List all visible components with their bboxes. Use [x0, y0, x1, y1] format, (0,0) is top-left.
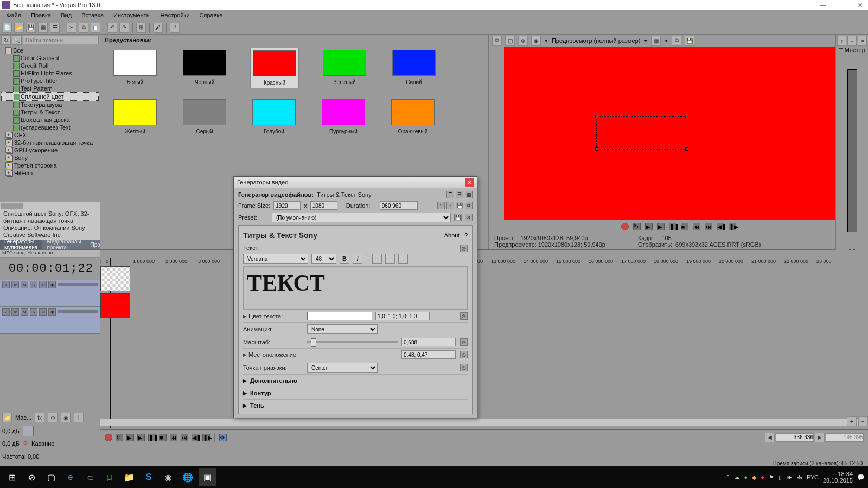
- tree-item[interactable]: Текстура шума: [1, 101, 99, 108]
- bus-auto-icon[interactable]: ⚙: [48, 413, 58, 422]
- undo-icon[interactable]: ↶: [107, 23, 117, 33]
- chrome-icon[interactable]: 🌐: [179, 468, 196, 486]
- menu-settings[interactable]: Настройки: [156, 11, 194, 20]
- stop-icon[interactable]: ■: [681, 223, 688, 230]
- duration-input[interactable]: [380, 201, 418, 210]
- taskview-icon[interactable]: ▢: [42, 468, 60, 486]
- group-advanced[interactable]: Дополнительно: [243, 374, 468, 387]
- timeline[interactable]: 1 057 757 | 0 1 000 000 2 000 000 3 000 …: [100, 250, 868, 445]
- bus-mute-icon[interactable]: ◉: [61, 413, 71, 422]
- tl-play-start-icon[interactable]: ▶: [126, 434, 134, 441]
- track-mute-icon[interactable]: M: [21, 308, 28, 316]
- keyframe-icon[interactable]: ◷: [460, 351, 468, 358]
- tree-folder[interactable]: 32-битная плавающая точка: [1, 139, 99, 146]
- tray-icon[interactable]: ●: [761, 474, 764, 480]
- tl-pause-icon[interactable]: ❚❚: [148, 434, 156, 441]
- align-center-button[interactable]: ≡: [385, 254, 395, 264]
- track-fx-icon[interactable]: fx: [11, 281, 19, 288]
- group-shadow[interactable]: Тень: [243, 399, 468, 412]
- loop-icon[interactable]: ↻: [633, 223, 641, 230]
- tree-item[interactable]: (устаревшее) Text: [1, 124, 99, 131]
- new-icon[interactable]: 📄: [2, 23, 12, 33]
- delete-icon[interactable]: ✕: [465, 214, 473, 221]
- save-icon[interactable]: 💾: [26, 23, 36, 33]
- next-frame-icon[interactable]: ❚▶: [729, 223, 736, 230]
- save-preset-icon[interactable]: 💾: [456, 202, 463, 209]
- tree-item[interactable]: Color Gradient: [1, 54, 99, 62]
- tray-icon[interactable]: ⚑: [769, 474, 774, 481]
- preset-swatch[interactable]: Белый: [113, 50, 157, 86]
- search-taskbar-icon[interactable]: ⊘: [23, 468, 40, 486]
- meter-btn2[interactable]: ↔: [847, 36, 857, 46]
- font-select[interactable]: Verdana: [243, 254, 308, 264]
- tree-item[interactable]: Титры & Текст: [1, 108, 99, 116]
- refresh-icon[interactable]: ↻: [1, 35, 11, 45]
- meter-btn3[interactable]: ✕: [858, 36, 867, 46]
- pause-icon[interactable]: ❚❚: [669, 223, 676, 230]
- goto-end-icon[interactable]: ⏭: [705, 223, 712, 230]
- preset-swatch[interactable]: Красный: [250, 48, 299, 88]
- track-mute-icon[interactable]: M: [21, 281, 28, 288]
- tray-icon[interactable]: ●: [744, 474, 748, 480]
- tree-folder[interactable]: Третья сторона: [1, 162, 99, 169]
- about-link[interactable]: About: [444, 232, 460, 239]
- goto-start-icon[interactable]: ⏮: [693, 223, 700, 230]
- timeline-ruler[interactable]: | 0 1 000 000 2 000 000 3 000 000 800 00…: [100, 250, 868, 266]
- zoom-in-icon[interactable]: +: [847, 416, 857, 426]
- clip-color[interactable]: [100, 293, 130, 318]
- props-icon[interactable]: ☰: [50, 23, 60, 33]
- edge-icon[interactable]: e: [62, 468, 79, 486]
- preset-swatch[interactable]: Серый: [183, 99, 226, 134]
- tab-generators[interactable]: Генераторы мультимедиа: [0, 240, 42, 249]
- track-fx-icon[interactable]: fx: [11, 308, 19, 316]
- maximize-button[interactable]: ☐: [836, 2, 848, 9]
- tray-lang[interactable]: РУС: [807, 474, 819, 480]
- preview-viewport[interactable]: [504, 47, 841, 220]
- zoom-out-icon[interactable]: −: [858, 416, 868, 426]
- minimize-button[interactable]: —: [817, 2, 829, 9]
- fontsize-select[interactable]: 48: [311, 254, 336, 264]
- tree-item[interactable]: ProType Titler: [1, 77, 99, 85]
- start-icon[interactable]: ⊞: [3, 468, 21, 486]
- record-icon[interactable]: [621, 223, 629, 230]
- tl-loop-icon[interactable]: ↻: [116, 434, 123, 441]
- preview-grid-icon[interactable]: ▦: [651, 36, 661, 46]
- steam-icon[interactable]: ◉: [159, 468, 177, 486]
- tray-clock[interactable]: 18:34 28.10.2015: [823, 471, 853, 484]
- bus-solo-icon[interactable]: !: [74, 413, 84, 422]
- tree-scrollbar[interactable]: [0, 202, 100, 209]
- track-lock-icon[interactable]: ◉: [48, 308, 56, 316]
- tree-item[interactable]: HitFilm Light Flares: [1, 69, 99, 77]
- tl-tool-icon[interactable]: ✥: [219, 434, 227, 441]
- track-solo-icon[interactable]: S: [30, 308, 37, 316]
- track-auto-icon[interactable]: ⚙: [39, 308, 47, 316]
- position-input[interactable]: [401, 350, 456, 359]
- preset-swatch[interactable]: Черный: [183, 50, 226, 86]
- tree-item[interactable]: Credit Roll: [1, 62, 99, 69]
- text-color-swatch[interactable]: [307, 312, 372, 320]
- clip-text[interactable]: [100, 266, 130, 291]
- tree-folder[interactable]: OFX: [1, 131, 99, 139]
- preview-mode-dropdown[interactable]: Предпросмотр (полный размер): [552, 37, 640, 44]
- bus-icon[interactable]: 📁: [2, 413, 12, 422]
- text-preview[interactable]: ТЕКСТ: [243, 266, 468, 310]
- tree-item-selected[interactable]: Сплошной цвет: [1, 92, 99, 101]
- close-button[interactable]: ✕: [854, 2, 866, 9]
- chain-icon[interactable]: ≣: [446, 191, 454, 198]
- frame-height-input[interactable]: [310, 201, 337, 210]
- grid-icon[interactable]: ▦: [465, 191, 473, 198]
- explorer-icon[interactable]: 📁: [120, 468, 138, 486]
- tl-start-icon[interactable]: ⏮: [170, 434, 177, 441]
- video-track-1[interactable]: 1 fx M S ⚙ ◉: [0, 280, 100, 307]
- keyframe-icon[interactable]: ◷: [460, 364, 468, 371]
- menu-file[interactable]: Файл: [2, 11, 25, 20]
- help-icon[interactable]: ?: [437, 202, 445, 209]
- brush-icon[interactable]: 🖌: [153, 23, 163, 33]
- tray-icon[interactable]: ◆: [752, 474, 756, 481]
- menu-insert[interactable]: Вставка: [77, 11, 108, 20]
- extern-icon[interactable]: ⧉: [465, 202, 473, 209]
- search-icon[interactable]: 🔍: [12, 35, 22, 45]
- play-start-icon[interactable]: ▶: [645, 223, 653, 230]
- play-icon[interactable]: ▶: [657, 223, 665, 230]
- timeline-hscroll[interactable]: [100, 419, 868, 426]
